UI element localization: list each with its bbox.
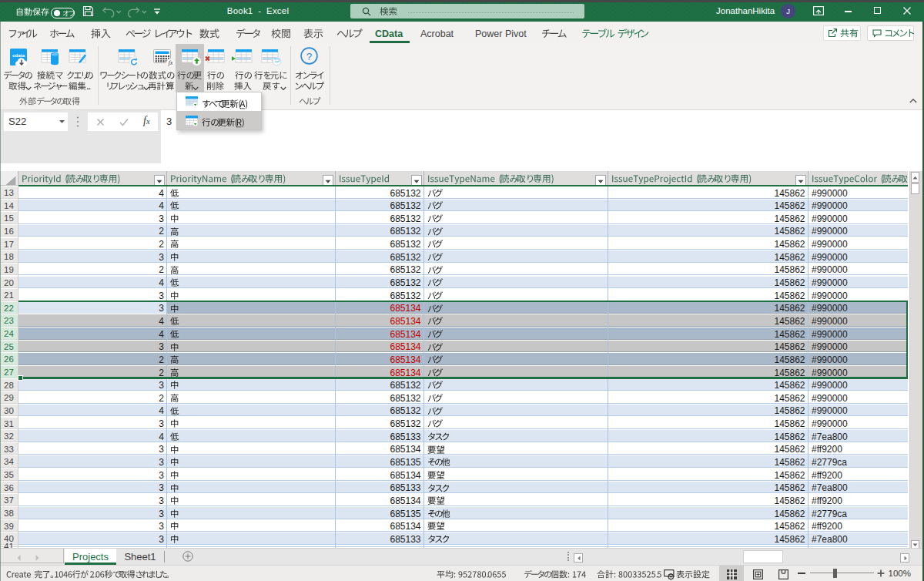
svg-text:fx: fx: [168, 59, 172, 66]
svg-text:?: ?: [306, 51, 313, 62]
svg-text:cdata: cdata: [12, 52, 25, 58]
